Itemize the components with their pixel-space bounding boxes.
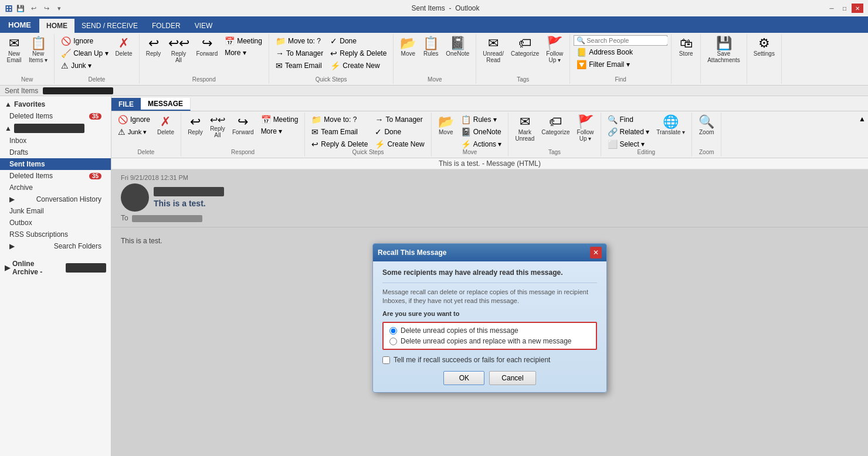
sidebar-item-rss[interactable]: RSS Subscriptions	[0, 229, 111, 240]
clean-up-btn[interactable]: 🧹Clean Up ▾	[58, 47, 111, 59]
ribbon-collapse[interactable]: ▲	[856, 113, 868, 156]
unread-read-btn[interactable]: ✉ Unread/Read	[480, 35, 507, 65]
msg-file-tab[interactable]: FILE	[111, 98, 141, 111]
msg-mark-unread-btn[interactable]: ✉ MarkUnread	[512, 114, 537, 144]
filter-email-btn[interactable]: 🔽Filter Email ▾	[574, 59, 667, 70]
msg-to-manager-btn[interactable]: →To Manager	[372, 114, 427, 125]
sidebar-item-conversation[interactable]: ▶ Conversation History	[0, 193, 111, 205]
redo-qa-btn[interactable]: ↪	[40, 2, 52, 14]
account-header[interactable]: ▲	[0, 122, 111, 135]
ignore-btn[interactable]: 🚫Ignore	[58, 35, 111, 47]
sidebar-item-junk[interactable]: Junk Email	[0, 205, 111, 217]
dialog-option1[interactable]: Delete unread copies of this message	[389, 326, 590, 335]
move-to-btn[interactable]: 📁Move to: ?	[273, 35, 326, 47]
follow-up-btn[interactable]: 🚩 FollowUp ▾	[543, 35, 566, 65]
msg-rules-btn[interactable]: 📋Rules ▾	[458, 114, 505, 125]
new-items-btn[interactable]: 📋 NewItems ▾	[26, 35, 50, 65]
msg-delete-col: 🚫Ignore ⚠Junk ▾	[115, 114, 153, 146]
sidebar-item-deleted[interactable]: Deleted Items 35	[0, 170, 111, 182]
favorites-header[interactable]: ▲ Favorites	[0, 98, 111, 110]
send-receive-tab[interactable]: SEND / RECEIVE	[74, 19, 145, 33]
create-new-btn[interactable]: ⚡Create New	[327, 60, 389, 72]
msg-select-btn[interactable]: ⬜Select ▾	[605, 138, 653, 150]
option1-radio[interactable]	[389, 327, 397, 335]
msg-follow-up-btn[interactable]: 🚩 FollowUp ▾	[574, 114, 597, 144]
msg-move-btn[interactable]: 📂 Move	[435, 114, 457, 137]
sidebar-item-deleted-favorites[interactable]: Deleted Items 35	[0, 110, 111, 122]
dialog-ok-btn[interactable]: OK	[443, 371, 484, 385]
customize-qa-btn[interactable]: ▾	[53, 2, 65, 14]
sidebar-item-search-folders[interactable]: ▶ Search Folders	[0, 240, 111, 252]
close-btn[interactable]: ✕	[852, 4, 863, 13]
dialog-close-btn[interactable]: ✕	[590, 247, 602, 258]
view-tab[interactable]: VIEW	[188, 19, 220, 33]
msg-related-btn[interactable]: 🔗Related ▾	[605, 126, 653, 138]
save-attachments-btn[interactable]: 💾 SaveAttachments	[704, 35, 743, 65]
reply-btn[interactable]: ↩ Reply	[143, 35, 164, 59]
meeting-btn[interactable]: 📅Meeting	[222, 35, 265, 47]
online-archive-header[interactable]: ▶ Online Archive -	[0, 258, 111, 278]
msg-zoom-btn[interactable]: 🔍 Zoom	[696, 114, 717, 137]
address-book-btn[interactable]: 📒Address Book	[574, 46, 667, 58]
maximize-btn[interactable]: □	[839, 4, 850, 13]
reply-all-btn[interactable]: ↩↩ ReplyAll	[165, 35, 192, 65]
search-folders-label: Search Folders	[54, 242, 101, 250]
drafts-label: Drafts	[9, 148, 28, 156]
dialog-cancel-btn[interactable]: Cancel	[489, 371, 535, 385]
undo-qa-btn[interactable]: ↩	[28, 2, 39, 14]
msg-ignore-btn[interactable]: 🚫Ignore	[115, 114, 153, 125]
msg-more-btn[interactable]: More ▾	[258, 126, 301, 137]
folder-tab[interactable]: FOLDER	[145, 19, 188, 33]
msg-translate-btn[interactable]: 🌐 Translate ▾	[653, 114, 688, 137]
msg-message-tab[interactable]: MESSAGE	[141, 98, 191, 111]
msg-forward-btn[interactable]: ↪ Forward	[229, 114, 257, 137]
settings-btn[interactable]: ⚙ Settings	[751, 35, 778, 59]
dialog-option2[interactable]: Delete unread copies and replace with a …	[389, 337, 590, 345]
sidebar-item-archive[interactable]: Archive	[0, 182, 111, 193]
msg-create-new-icon: ⚡	[375, 139, 385, 149]
option2-radio[interactable]	[389, 338, 397, 345]
team-email-btn[interactable]: ✉Team Email	[273, 60, 326, 72]
msg-create-new-btn[interactable]: ⚡Create New	[372, 138, 427, 150]
msg-delete-btn[interactable]: ✗ Delete	[154, 114, 177, 137]
done-btn[interactable]: ✓Done	[327, 35, 389, 47]
dialog-checkbox-row[interactable]: Tell me if recall succeeds or fails for …	[382, 356, 597, 364]
save-attachments-group: 💾 SaveAttachments	[701, 34, 747, 84]
file-tab[interactable]: HOME	[0, 16, 39, 33]
sidebar-item-sent[interactable]: Sent Items	[0, 158, 111, 170]
search-people-input[interactable]	[586, 37, 667, 44]
forward-btn[interactable]: ↪ Forward	[194, 35, 221, 59]
search-people-box[interactable]: 🔍	[574, 35, 667, 46]
move-group-items: 📂 Move 📋 Rules 📓 OneNote	[397, 35, 472, 83]
onenote-btn[interactable]: 📓 OneNote	[443, 35, 472, 59]
move-btn[interactable]: 📂 Move	[397, 35, 419, 59]
sidebar-item-inbox[interactable]: Inbox	[0, 135, 111, 147]
save-qa-btn[interactable]: 💾	[15, 2, 26, 14]
more-respond-btn[interactable]: More ▾	[222, 47, 265, 58]
sidebar-item-drafts[interactable]: Drafts	[0, 147, 111, 158]
msg-onenote-btn[interactable]: 📓OneNote	[458, 126, 505, 138]
categorize-btn[interactable]: 🏷 Categorize	[508, 35, 542, 59]
msg-find-btn[interactable]: 🔍Find	[605, 114, 653, 125]
msg-meeting-btn[interactable]: 📅Meeting	[258, 114, 301, 125]
reply-delete-btn[interactable]: ↩Reply & Delete	[327, 47, 389, 59]
msg-move-to-btn[interactable]: 📁Move to: ?	[308, 114, 371, 125]
recall-notify-checkbox[interactable]	[382, 356, 390, 364]
store-btn[interactable]: 🛍 Store	[676, 35, 697, 59]
msg-categorize-btn[interactable]: 🏷 Categorize	[538, 114, 572, 137]
new-email-btn[interactable]: ✉ NewEmail	[4, 35, 25, 65]
msg-actions-btn[interactable]: ⚡Actions ▾	[458, 138, 505, 150]
home-tab[interactable]: HOME	[39, 19, 74, 33]
msg-done-btn[interactable]: ✓Done	[372, 126, 427, 138]
msg-junk-btn[interactable]: ⚠Junk ▾	[115, 126, 153, 138]
msg-reply-delete-btn[interactable]: ↩Reply & Delete	[308, 138, 371, 150]
msg-team-email-btn[interactable]: ✉Team Email	[308, 126, 371, 138]
sidebar-item-outbox[interactable]: Outbox	[0, 217, 111, 229]
rules-btn[interactable]: 📋 Rules	[420, 35, 442, 59]
msg-reply-btn[interactable]: ↩ Reply	[185, 114, 206, 137]
msg-reply-all-btn[interactable]: ↩↩ ReplyAll	[207, 114, 228, 140]
to-manager-btn[interactable]: →To Manager	[273, 47, 326, 59]
junk-btn[interactable]: ⚠Junk ▾	[58, 60, 111, 72]
minimize-btn[interactable]: ─	[826, 4, 838, 13]
delete-btn[interactable]: ✗ Delete	[113, 35, 135, 59]
